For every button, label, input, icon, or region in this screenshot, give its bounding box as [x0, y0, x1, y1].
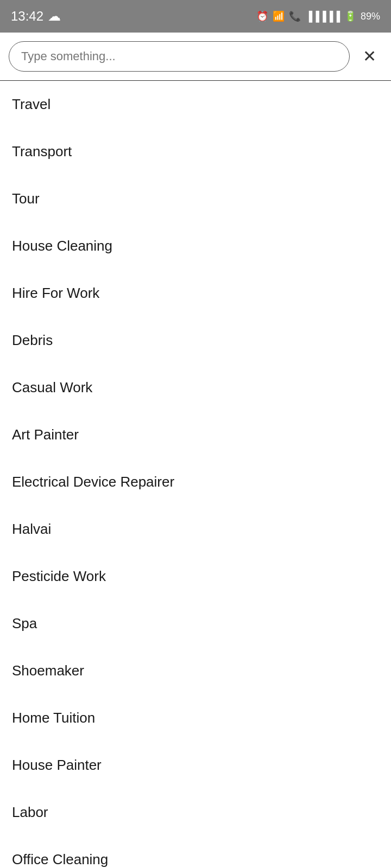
list-item-label: Office Cleaning [12, 851, 108, 867]
status-time: 13:42 [11, 9, 43, 24]
list-item-label: Art Painter [12, 426, 79, 443]
list-item[interactable]: Art Painter [0, 411, 391, 458]
close-button[interactable]: ✕ [356, 43, 382, 69]
list-item-label: Electrical Device Repairer [12, 474, 174, 490]
list-item[interactable]: Halvai [0, 506, 391, 553]
list-item-label: Pesticide Work [12, 568, 106, 584]
close-icon: ✕ [363, 48, 376, 65]
list-item[interactable]: House Cleaning [0, 222, 391, 270]
list-item[interactable]: Tour [0, 175, 391, 222]
list-item-label: Tour [12, 190, 40, 207]
list-item-label: Halvai [12, 521, 51, 537]
list-item[interactable]: Casual Work [0, 364, 391, 411]
list-item-label: House Painter [12, 757, 102, 773]
list-item[interactable]: Spa [0, 600, 391, 647]
list-item[interactable]: Shoemaker [0, 647, 391, 694]
list-item[interactable]: Pesticide Work [0, 553, 391, 600]
list-item-label: House Cleaning [12, 238, 112, 254]
list-item[interactable]: Debris [0, 317, 391, 364]
signal-icon: ▐▐▐▐▐ [305, 11, 340, 22]
list-item[interactable]: Home Tuition [0, 694, 391, 742]
list-item-label: Debris [12, 332, 53, 348]
list-item-label: Casual Work [12, 379, 92, 395]
status-icons: ⏰ 📶 📞 ▐▐▐▐▐ 🔋 89% [256, 10, 380, 22]
list-item-label: Home Tuition [12, 710, 95, 726]
weather-icon: ☁ [48, 9, 61, 24]
search-results-list: TravelTransportTourHouse CleaningHire Fo… [0, 81, 391, 868]
list-item-label: Transport [12, 143, 72, 159]
battery-level: 89% [361, 11, 380, 22]
list-item[interactable]: House Painter [0, 742, 391, 789]
status-bar: 13:42 ☁ ⏰ 📶 📞 ▐▐▐▐▐ 🔋 89% [0, 0, 391, 33]
list-item[interactable]: Office Cleaning [0, 836, 391, 868]
search-input[interactable] [21, 49, 337, 63]
status-time-group: 13:42 ☁ [11, 9, 61, 24]
search-input-wrapper[interactable] [9, 41, 350, 72]
list-item[interactable]: Hire For Work [0, 270, 391, 317]
list-item-label: Hire For Work [12, 285, 99, 301]
list-item-label: Travel [12, 96, 51, 112]
list-item[interactable]: Transport [0, 128, 391, 175]
list-item-label: Labor [12, 804, 48, 820]
list-item[interactable]: Electrical Device Repairer [0, 458, 391, 506]
call-icon: 📞 [289, 10, 301, 22]
battery-icon: 🔋 [344, 10, 356, 22]
wifi-icon: 📶 [273, 10, 285, 22]
list-item[interactable]: Travel [0, 81, 391, 128]
search-bar: ✕ [0, 33, 391, 81]
list-item-label: Shoemaker [12, 662, 84, 679]
list-item[interactable]: Labor [0, 789, 391, 836]
alarm-icon: ⏰ [256, 10, 268, 22]
list-item-label: Spa [12, 615, 37, 631]
